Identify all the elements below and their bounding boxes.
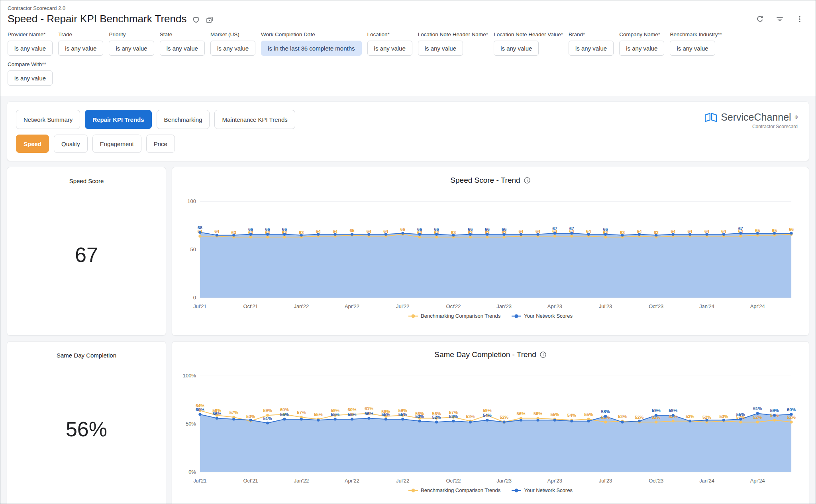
svg-text:50: 50 xyxy=(190,246,196,252)
svg-text:55%: 55% xyxy=(736,412,745,417)
svg-text:Apr'22: Apr'22 xyxy=(345,303,359,309)
filter-bar: Provider Name* is any value Trade is any… xyxy=(0,25,816,86)
filter-value-button[interactable]: is any value xyxy=(569,41,614,56)
svg-text:Apr'24: Apr'24 xyxy=(750,478,765,484)
breadcrumb[interactable]: Contractor Scorecard 2.0 xyxy=(8,5,808,11)
more-options-icon[interactable] xyxy=(796,15,804,23)
info-icon[interactable] xyxy=(539,351,547,358)
add-to-board-icon[interactable] xyxy=(206,16,214,24)
filter-value-button[interactable]: is any value xyxy=(8,41,53,56)
info-icon[interactable] xyxy=(524,177,531,184)
kpi-title: Speed Score xyxy=(69,178,104,184)
svg-text:57%: 57% xyxy=(230,410,238,415)
svg-text:61%: 61% xyxy=(365,406,373,411)
svg-text:66: 66 xyxy=(603,227,608,232)
servicechannel-logo: ServiceChannel® Contractor Scorecard xyxy=(704,111,798,129)
filter-value-button[interactable]: is any value xyxy=(210,41,255,56)
svg-text:55%: 55% xyxy=(314,412,323,417)
svg-text:Jul'22: Jul'22 xyxy=(396,303,409,309)
contractor-scorecard-dashboard: Contractor Scorecard 2.0 Speed - Repair … xyxy=(0,0,816,504)
title-icons xyxy=(192,16,214,24)
dashboard-nav-card: Network Summary Repair KPI Trends Benchm… xyxy=(7,102,809,161)
filter-value-button[interactable]: is any value xyxy=(367,41,412,56)
legend-item[interactable]: Benchmarking Comparison Trends xyxy=(408,487,500,493)
svg-text:55%: 55% xyxy=(398,412,407,417)
filter-value-button[interactable]: is any value xyxy=(418,41,463,56)
refresh-icon[interactable] xyxy=(756,15,764,23)
filter-value-button[interactable]: is any value xyxy=(619,41,664,56)
tab-repair-kpi-trends[interactable]: Repair KPI Trends xyxy=(85,110,151,129)
filter-row-2: Compare With** is any value xyxy=(8,61,808,86)
chart-title-row: Same Day Completion - Trend xyxy=(179,350,802,359)
svg-text:59%: 59% xyxy=(263,408,272,413)
title-row: Speed - Repair KPI Benchmark Trends xyxy=(8,13,808,25)
svg-text:52%: 52% xyxy=(753,415,762,420)
speed-trend-chart[interactable]: 050100Jul'21Oct'21Jan'22Apr'22Jul'22Oct'… xyxy=(179,187,802,313)
filter-value-button[interactable]: is any value xyxy=(670,41,715,56)
subtab-speed[interactable]: Speed xyxy=(16,135,49,153)
registered-mark: ® xyxy=(795,115,798,119)
filter-location-note-header-name: Location Note Header Name* is any value xyxy=(418,31,488,56)
filter-label: Work Completion Date xyxy=(261,31,361,37)
svg-text:66: 66 xyxy=(265,227,270,232)
filter-label: Location Note Header Name* xyxy=(418,31,488,37)
svg-text:Oct'22: Oct'22 xyxy=(446,303,461,309)
sub-tabs: Speed Quality Engagement Price xyxy=(16,135,800,153)
filter-label: Benchmark Industry** xyxy=(670,31,722,37)
filters-icon[interactable] xyxy=(776,15,784,23)
filter-value-button[interactable]: is any value xyxy=(8,70,53,86)
svg-text:55%: 55% xyxy=(381,412,390,417)
servicechannel-logo-text: ServiceChannel xyxy=(721,111,791,123)
filter-value-button[interactable]: is any value xyxy=(109,41,154,56)
svg-text:52%: 52% xyxy=(500,415,508,420)
kpi-title: Same Day Completion xyxy=(57,352,116,359)
svg-text:Oct'21: Oct'21 xyxy=(243,478,258,484)
svg-text:Apr'23: Apr'23 xyxy=(547,478,562,484)
subtab-price[interactable]: Price xyxy=(146,135,175,153)
filter-value-button[interactable]: is any value xyxy=(58,41,103,56)
header-actions xyxy=(756,15,808,23)
tab-network-summary[interactable]: Network Summary xyxy=(16,110,80,129)
svg-text:55%: 55% xyxy=(331,412,339,417)
svg-text:Oct'23: Oct'23 xyxy=(649,303,663,309)
legend-item[interactable]: Your Network Scores xyxy=(512,487,573,493)
legend-item[interactable]: Benchmarking Comparison Trends xyxy=(408,313,500,319)
svg-text:56%: 56% xyxy=(365,411,373,416)
filter-label: Company Name* xyxy=(619,31,664,37)
svg-text:66: 66 xyxy=(502,227,506,232)
same-day-completion-trend-chart[interactable]: 0%50%100%Jul'21Oct'21Jan'22Apr'22Jul'22O… xyxy=(179,361,802,487)
svg-text:65: 65 xyxy=(349,228,354,233)
filter-row-1: Provider Name* is any value Trade is any… xyxy=(8,31,808,56)
filter-label: Trade xyxy=(58,31,103,37)
svg-text:0%: 0% xyxy=(188,469,196,475)
legend-marker-icon xyxy=(512,314,521,318)
filter-location: Location* is any value xyxy=(367,31,412,56)
legend-item[interactable]: Your Network Scores xyxy=(512,313,573,319)
legend-marker-icon xyxy=(512,488,521,492)
filter-label: Priority xyxy=(109,31,154,37)
svg-text:Jan'22: Jan'22 xyxy=(294,303,309,309)
subtab-engagement[interactable]: Engagement xyxy=(92,135,141,153)
favorite-icon[interactable] xyxy=(192,16,200,24)
svg-text:Jul'21: Jul'21 xyxy=(193,303,206,309)
subtab-quality[interactable]: Quality xyxy=(54,135,88,153)
filter-provider-name: Provider Name* is any value xyxy=(8,31,53,56)
speed-score-card: Speed Score 67 xyxy=(7,167,166,336)
legend-label: Benchmarking Comparison Trends xyxy=(421,487,500,493)
svg-text:0: 0 xyxy=(193,295,196,301)
filter-compare-with: Compare With** is any value xyxy=(8,61,53,86)
filter-value-button[interactable]: is in the last 36 complete months xyxy=(261,41,361,56)
filter-value-button[interactable]: is any value xyxy=(494,41,539,56)
speed-trend-card: Speed Score - Trend 050100Jul'21Oct'21Ja… xyxy=(172,167,809,336)
svg-text:56%: 56% xyxy=(534,411,542,416)
tab-benchmarking[interactable]: Benchmarking xyxy=(157,110,210,129)
svg-text:61%: 61% xyxy=(753,406,762,411)
main-tabs: Network Summary Repair KPI Trends Benchm… xyxy=(16,110,800,129)
same-day-completion-trend-card: Same Day Completion - Trend 0%50%100%Jul… xyxy=(172,341,809,504)
filter-trade: Trade is any value xyxy=(58,31,103,56)
filter-value-button[interactable]: is any value xyxy=(160,41,205,56)
svg-text:68: 68 xyxy=(198,225,202,230)
filter-work-completion-date: Work Completion Date is in the last 36 c… xyxy=(261,31,361,56)
svg-text:53%: 53% xyxy=(246,414,255,419)
tab-maintenance-kpi-trends[interactable]: Maintenance KPI Trends xyxy=(214,110,295,129)
